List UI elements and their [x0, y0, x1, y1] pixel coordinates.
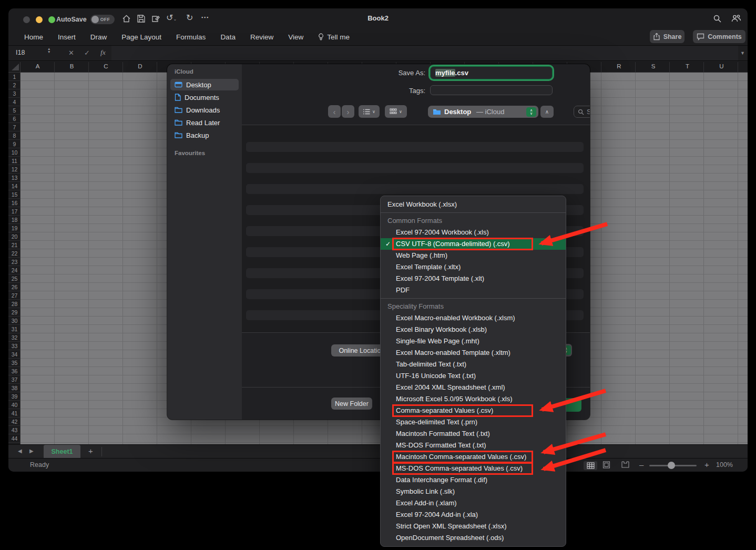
- column-header-u[interactable]: U: [704, 63, 739, 69]
- name-box[interactable]: I18: [16, 49, 25, 56]
- tab-review[interactable]: Review: [250, 33, 273, 41]
- tags-input[interactable]: [430, 85, 553, 95]
- select-all-corner[interactable]: [8, 62, 21, 73]
- column-header-s[interactable]: S: [636, 63, 670, 69]
- row-header[interactable]: 9: [8, 140, 21, 148]
- insert-function-icon[interactable]: fx: [100, 48, 106, 57]
- row-header[interactable]: 29: [8, 308, 21, 317]
- row-header[interactable]: 32: [8, 333, 21, 342]
- page-layout-view-icon[interactable]: [602, 461, 610, 468]
- row-header[interactable]: 38: [8, 384, 21, 392]
- row-header[interactable]: 25: [8, 274, 21, 283]
- row-header[interactable]: 27: [8, 291, 21, 300]
- row-header[interactable]: 30: [8, 317, 21, 325]
- row-header[interactable]: 7: [8, 123, 21, 131]
- zoom-in-button[interactable]: +: [704, 460, 709, 469]
- row-header[interactable]: 6: [8, 115, 21, 123]
- row-header[interactable]: 20: [8, 232, 21, 241]
- format-option-utf-16-unicode-text-txt[interactable]: UTF-16 Unicode Text (.txt): [381, 370, 566, 382]
- back-button[interactable]: ‹: [328, 105, 341, 118]
- formula-input[interactable]: [111, 46, 738, 60]
- format-option-ms-dos-formatted-text-txt[interactable]: MS-DOS Formatted Text (.txt): [381, 440, 566, 451]
- column-header-t[interactable]: T: [670, 63, 704, 69]
- sheet-tab[interactable]: Sheet1: [44, 445, 80, 459]
- row-header[interactable]: 42: [8, 417, 21, 426]
- row-header[interactable]: 36: [8, 367, 21, 375]
- format-option-excel-97-2004-workbook-xls[interactable]: Excel 97-2004 Workbook (.xls): [381, 227, 566, 238]
- format-option-excel-macro-enabled-template-xltm[interactable]: Excel Macro-enabled Template (.xltm): [381, 347, 566, 359]
- row-header[interactable]: 4: [8, 98, 21, 106]
- row-header[interactable]: 31: [8, 325, 21, 333]
- confirm-entry-icon[interactable]: ✓: [84, 49, 90, 57]
- format-option-csv-utf-8-comma-delimited-csv[interactable]: ✓CSV UTF-8 (Comma-delimited) (.csv): [381, 238, 566, 250]
- format-option-microsoft-excel-5-0-95-workbook-xls[interactable]: Microsoft Excel 5.0/95 Workbook (.xls): [381, 393, 566, 405]
- sidebar-item-backup[interactable]: Backup: [170, 129, 239, 141]
- zoom-slider-knob[interactable]: [668, 462, 675, 469]
- sidebar-item-read-later[interactable]: Read Later: [170, 117, 239, 128]
- search-input[interactable]: Search: [574, 106, 590, 118]
- format-option-excel-template-xltx[interactable]: Excel Template (.xltx): [381, 261, 566, 273]
- tab-formulas[interactable]: Formulas: [176, 33, 206, 41]
- column-header-b[interactable]: B: [55, 63, 89, 69]
- row-header[interactable]: 44: [8, 434, 21, 443]
- row-header[interactable]: 1: [8, 73, 21, 81]
- row-header[interactable]: 24: [8, 266, 21, 274]
- format-option-opendocument-spreadsheet-ods[interactable]: OpenDocument Spreadsheet (.ods): [381, 532, 566, 544]
- row-header[interactable]: 15: [8, 190, 21, 199]
- row-header[interactable]: 14: [8, 182, 21, 190]
- forward-button[interactable]: ›: [342, 105, 354, 118]
- list-view-button[interactable]: ∨: [359, 105, 380, 118]
- sidebar-item-downloads[interactable]: Downloads: [170, 104, 239, 116]
- row-header[interactable]: 16: [8, 199, 21, 207]
- next-sheet-icon[interactable]: ▶: [29, 448, 34, 454]
- sidebar-item-documents[interactable]: Documents: [170, 91, 239, 103]
- prev-sheet-icon[interactable]: ◀: [18, 448, 22, 454]
- location-popup[interactable]: Desktop — iCloud ∧∨: [428, 106, 538, 118]
- tab-view[interactable]: View: [288, 33, 303, 41]
- name-box-stepper[interactable]: ▲▼: [47, 47, 50, 54]
- row-header[interactable]: 33: [8, 342, 21, 350]
- zoom-out-button[interactable]: –: [639, 460, 643, 469]
- people-icon[interactable]: [731, 14, 741, 23]
- format-option-excel-workbook-xlsx[interactable]: Excel Workbook (.xlsx): [381, 199, 566, 210]
- format-option-symbolic-link-slk[interactable]: Symbolic Link (.slk): [381, 486, 566, 497]
- add-sheet-button[interactable]: +: [88, 446, 93, 455]
- page-break-view-icon[interactable]: [621, 461, 629, 468]
- row-header[interactable]: 26: [8, 283, 21, 291]
- row-header[interactable]: 17: [8, 207, 21, 216]
- cancel-entry-icon[interactable]: ✕: [68, 49, 74, 57]
- row-header[interactable]: 41: [8, 409, 21, 417]
- row-header[interactable]: 5: [8, 106, 21, 115]
- format-option-tab-delimited-text-txt[interactable]: Tab-delimited Text (.txt): [381, 359, 566, 370]
- column-header-r[interactable]: R: [602, 63, 636, 69]
- row-header[interactable]: 12: [8, 165, 21, 174]
- filename-input[interactable]: myfile.csv: [430, 66, 553, 79]
- row-header[interactable]: 3: [8, 89, 21, 98]
- row-header[interactable]: 19: [8, 224, 21, 232]
- format-option-excel-97-2004-add-in-xla[interactable]: Excel 97-2004 Add-in (.xla): [381, 509, 566, 521]
- format-option-excel-2004-xml-spreadsheet-xml[interactable]: Excel 2004 XML Spreadsheet (.xml): [381, 382, 566, 393]
- tab-data[interactable]: Data: [220, 33, 236, 41]
- comments-button[interactable]: Comments: [693, 30, 745, 43]
- column-header-c[interactable]: C: [89, 63, 123, 69]
- new-folder-button[interactable]: New Folder: [331, 398, 372, 410]
- tab-insert[interactable]: Insert: [58, 33, 76, 41]
- zoom-level[interactable]: 100%: [716, 461, 733, 468]
- format-option-excel-add-in-xlam[interactable]: Excel Add-in (.xlam): [381, 497, 566, 509]
- format-option-excel-macro-enabled-workbook-xlsm[interactable]: Excel Macro-enabled Workbook (.xlsm): [381, 312, 566, 324]
- collapse-dialog-button[interactable]: ∧: [540, 106, 554, 118]
- column-header-a[interactable]: A: [21, 63, 55, 69]
- format-option-macintosh-formatted-text-txt[interactable]: Macintosh Formatted Text (.txt): [381, 428, 566, 440]
- normal-view-icon[interactable]: [584, 461, 597, 470]
- row-header[interactable]: 8: [8, 131, 21, 140]
- format-option-ms-dos-comma-separated-values-csv[interactable]: MS-DOS Comma-separated Values (.csv): [381, 463, 566, 474]
- tell-me-tab[interactable]: Tell me: [318, 33, 350, 41]
- tab-page-layout[interactable]: Page Layout: [121, 33, 161, 41]
- format-option-space-delimited-text-prn[interactable]: Space-delimited Text (.prn): [381, 416, 566, 428]
- format-option-pdf[interactable]: PDF: [381, 284, 566, 296]
- format-option-strict-open-xml-spreadsheet-xlsx[interactable]: Strict Open XML Spreadsheet (.xlsx): [381, 521, 566, 532]
- format-option-web-page-htm[interactable]: Web Page (.htm): [381, 250, 566, 261]
- share-button[interactable]: Share: [650, 30, 685, 43]
- row-header[interactable]: 23: [8, 258, 21, 266]
- row-header[interactable]: 28: [8, 300, 21, 308]
